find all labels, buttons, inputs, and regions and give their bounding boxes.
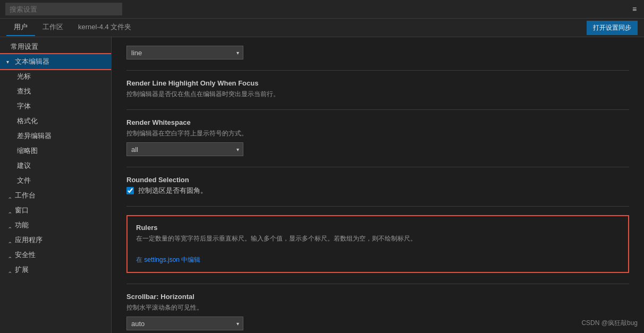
render-line-section: line none gutter all ▾ bbox=[126, 46, 629, 59]
sidebar: 常用设置 ▾ 文本编辑器 光标 查找 字体 格式化 差异编辑器 缩略图 建议 文… bbox=[0, 37, 112, 333]
divider3 bbox=[126, 167, 629, 167]
sidebar-item-label: 常用设置 bbox=[11, 42, 38, 52]
main-layout: 常用设置 ▾ 文本编辑器 光标 查找 字体 格式化 差异编辑器 缩略图 建议 文… bbox=[0, 37, 644, 333]
sidebar-sub-format[interactable]: 格式化 bbox=[0, 114, 111, 129]
rounded-selection-checkbox[interactable] bbox=[126, 187, 134, 194]
sidebar-item-features[interactable]: › 功能 bbox=[0, 218, 111, 233]
sidebar-item-window[interactable]: › 窗口 bbox=[0, 203, 111, 218]
setting-title-scrollbar: Scrollbar: Horizontal bbox=[126, 293, 629, 301]
sidebar-item-label: 安全性 bbox=[15, 250, 36, 260]
title-bar: ≡ bbox=[0, 0, 644, 19]
sidebar-sub-files[interactable]: 文件 bbox=[0, 173, 111, 188]
render-line-dropdown[interactable]: line none gutter all bbox=[126, 46, 243, 59]
sidebar-item-label: 工作台 bbox=[15, 191, 36, 200]
sidebar-item-label: 扩展 bbox=[15, 265, 29, 275]
sidebar-item-workbench[interactable]: › 工作台 bbox=[0, 188, 111, 203]
watermark: CSDN @疯狂敲bug bbox=[581, 319, 638, 328]
sidebar-item-label: 窗口 bbox=[15, 206, 29, 215]
divider4 bbox=[126, 206, 629, 207]
scrollbar-horizontal-dropdown-wrapper: auto visible hidden ▾ bbox=[126, 317, 243, 330]
sidebar-sub-cursor[interactable]: 光标 bbox=[0, 69, 111, 84]
rounded-selection-section: Rounded Selection 控制选区是否有圆角。 bbox=[126, 176, 629, 195]
rulers-section: Rulers 在一定数量的等宽字符后显示垂直标尺。输入多个值，显示多个标尺。若数… bbox=[126, 215, 629, 273]
divider2 bbox=[126, 109, 629, 110]
rulers-settings-json-link[interactable]: 在 settings.json 中编辑 bbox=[136, 256, 200, 263]
divider5 bbox=[126, 284, 629, 284]
sidebar-item-security[interactable]: › 安全性 bbox=[0, 247, 111, 262]
rounded-selection-label: 控制选区是否有圆角。 bbox=[138, 186, 207, 195]
setting-desc-render-focus: 控制编辑器是否仅在焦点在编辑器时突出显示当前行。 bbox=[126, 89, 629, 99]
sync-button[interactable]: 打开设置同步 bbox=[587, 21, 638, 35]
sidebar-sub-suggest[interactable]: 建议 bbox=[0, 158, 111, 173]
setting-desc-whitespace: 控制编辑器在空白字符上显示符号的方式。 bbox=[126, 129, 629, 138]
title-bar-icons: ≡ bbox=[630, 5, 639, 13]
sidebar-item-application[interactable]: › 应用程序 bbox=[0, 233, 111, 247]
sidebar-item-extensions[interactable]: › 扩展 bbox=[0, 262, 111, 277]
setting-title-render-focus: Render Line Highlight Only When Focus bbox=[126, 79, 629, 87]
render-line-dropdown-wrapper: line none gutter all ▾ bbox=[126, 46, 243, 59]
tab-workspace[interactable]: 工作区 bbox=[35, 19, 71, 36]
sidebar-item-text-editor[interactable]: ▾ 文本编辑器 bbox=[0, 54, 111, 69]
tab-bar: 用户 工作区 kernel-4.4 文件夹 打开设置同步 bbox=[0, 19, 644, 37]
search-input[interactable] bbox=[5, 3, 122, 15]
tab-folder[interactable]: kernel-4.4 文件夹 bbox=[71, 19, 139, 36]
tab-user[interactable]: 用户 bbox=[6, 19, 35, 36]
divider bbox=[126, 70, 629, 71]
setting-desc-rulers: 在一定数量的等宽字符后显示垂直标尺。输入多个值，显示多个标尺。若数组为空，则不绘… bbox=[136, 234, 620, 243]
scrollbar-horizontal-section: Scrollbar: Horizontal 控制水平滚动条的可见性。 auto … bbox=[126, 293, 629, 330]
more-icon[interactable]: ≡ bbox=[630, 5, 639, 13]
sidebar-sub-diff-editor[interactable]: 差异编辑器 bbox=[0, 129, 111, 143]
sidebar-item-label: 文本编辑器 bbox=[15, 57, 49, 66]
chevron-right-icon: › bbox=[7, 252, 13, 258]
setting-title-whitespace: Render Whitespace bbox=[126, 118, 629, 126]
settings-content: line none gutter all ▾ Render Line Highl… bbox=[112, 37, 644, 333]
setting-title-rulers: Rulers bbox=[136, 224, 620, 232]
render-whitespace-dropdown-wrapper: all none boundary selection trailing ▾ bbox=[126, 142, 243, 156]
scrollbar-horizontal-dropdown[interactable]: auto visible hidden bbox=[126, 317, 243, 330]
sidebar-item-label: 功能 bbox=[15, 220, 29, 230]
setting-title-rounded: Rounded Selection bbox=[126, 176, 629, 184]
render-whitespace-dropdown[interactable]: all none boundary selection trailing bbox=[126, 142, 243, 156]
sidebar-sub-minimap[interactable]: 缩略图 bbox=[0, 143, 111, 158]
chevron-right-icon: › bbox=[7, 267, 13, 273]
chevron-right-icon: › bbox=[7, 222, 13, 228]
sidebar-sub-find[interactable]: 查找 bbox=[0, 84, 111, 99]
rounded-selection-row: 控制选区是否有圆角。 bbox=[126, 186, 629, 195]
sidebar-item-common[interactable]: 常用设置 bbox=[0, 39, 111, 54]
sidebar-sub-font[interactable]: 字体 bbox=[0, 99, 111, 114]
render-line-highlight-focus-section: Render Line Highlight Only When Focus 控制… bbox=[126, 79, 629, 99]
sidebar-item-label: 应用程序 bbox=[15, 235, 43, 245]
chevron-right-icon: › bbox=[7, 207, 13, 214]
render-whitespace-section: Render Whitespace 控制编辑器在空白字符上显示符号的方式。 al… bbox=[126, 118, 629, 156]
chevron-right-icon: › bbox=[7, 192, 13, 199]
chevron-right-icon: › bbox=[7, 237, 13, 243]
setting-desc-scrollbar: 控制水平滚动条的可见性。 bbox=[126, 303, 629, 312]
chevron-down-icon: ▾ bbox=[6, 59, 13, 65]
